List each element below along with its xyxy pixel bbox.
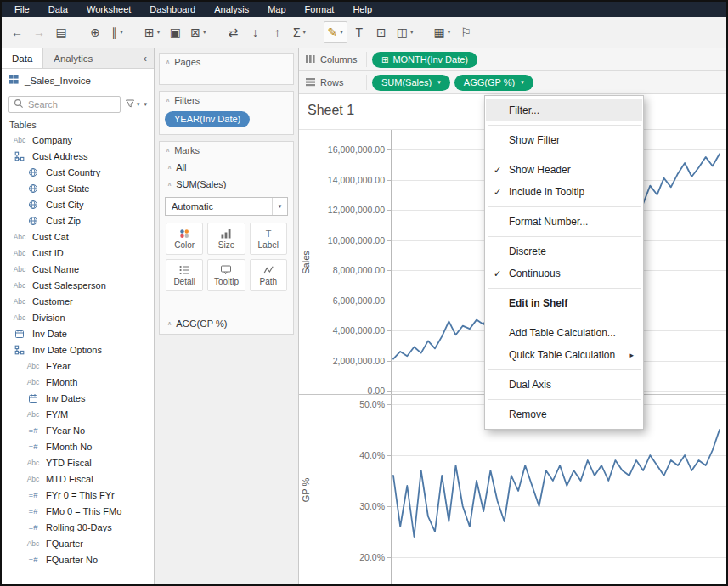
field-cust-id[interactable]: AbcCust ID [2, 245, 154, 261]
menu-item-format-number[interactable]: Format Number... [486, 211, 642, 233]
field-fquarter[interactable]: AbcFQuarter [2, 535, 154, 551]
mark-button-color[interactable]: Color [166, 223, 203, 255]
field-inv-date[interactable]: Inv Date [2, 325, 154, 341]
field-division[interactable]: AbcDivision [2, 309, 154, 325]
menu-dashboard[interactable]: Dashboard [140, 2, 205, 17]
field-cust-zip[interactable]: Cust Zip [2, 212, 154, 228]
save-button[interactable]: ▤ [51, 21, 71, 43]
menu-help[interactable]: Help [343, 2, 381, 17]
mark-button-size[interactable]: Size [207, 223, 245, 255]
field-cust-country[interactable]: Cust Country [2, 164, 154, 180]
menu-item-discrete[interactable]: Discrete [486, 240, 642, 262]
rows-pill-sum-sales[interactable]: SUM(Sales)▾ [372, 75, 450, 91]
menu-item-include-in-tooltip[interactable]: ✓Include in Tooltip [486, 181, 642, 203]
text-label-button[interactable]: T [349, 21, 370, 43]
field-inv-date-options[interactable]: Inv Date Options [2, 341, 154, 358]
columns-shelf[interactable]: Columns ⊞MONTH(Inv Date) [299, 48, 726, 71]
field-mtd-fiscal[interactable]: AbcMTD Fiscal [2, 470, 154, 487]
menu-item-quick-table-calculation[interactable]: Quick Table Calculation▸ [486, 344, 642, 366]
search-input[interactable]: Search [8, 96, 121, 113]
pane-options-caret-icon[interactable]: ▾ [144, 101, 147, 108]
columns-pill-month-inv-date[interactable]: ⊞MONTH(Inv Date) [372, 52, 477, 68]
field-customer[interactable]: AbcCustomer [2, 293, 154, 309]
cell-borders-button[interactable]: ◫▾ [393, 21, 417, 43]
rows-pill-agg-gp[interactable]: AGG(GP %)▾ [454, 75, 533, 91]
mark-button-tooltip[interactable]: Tooltip [207, 259, 245, 291]
sales-axis-label[interactable]: Sales [301, 251, 311, 274]
collapse-chevron-icon[interactable]: ∧ [166, 59, 170, 65]
mark-button-detail[interactable]: Detail [166, 259, 203, 291]
presentation-mode-button[interactable]: ⚐ [455, 21, 476, 43]
field-fmonth[interactable]: AbcFMonth [2, 374, 154, 390]
menu-analysis[interactable]: Analysis [205, 2, 258, 17]
field-fyear[interactable]: AbcFYear [2, 358, 154, 374]
field-rolling-30-days[interactable]: =#Rolling 30-Days [2, 519, 154, 535]
field-fmo-0-this-fmo[interactable]: =#FMo 0 = This FMo [2, 503, 154, 519]
gp-axis-ticks[interactable]: 50.0%40.0%30.0%20.0% [316, 395, 391, 584]
field-cust-salesperson[interactable]: AbcCust Salesperson [2, 277, 154, 293]
annotate-button[interactable]: ⊡ [371, 21, 392, 43]
field-fyear-no[interactable]: =#FYear No [2, 422, 154, 438]
add-data-source-button[interactable]: ⊕ [85, 21, 105, 43]
menu-item-remove[interactable]: Remove [486, 403, 642, 425]
collapse-chevron-icon[interactable]: ∧ [166, 147, 170, 154]
field-cust-cat[interactable]: AbcCust Cat [2, 228, 154, 245]
menu-data[interactable]: Data [39, 2, 77, 17]
pause-auto-updates-button[interactable]: ∥▾ [107, 21, 127, 43]
dropdown-caret-icon: ▾ [157, 29, 161, 36]
marks-section-all[interactable]: ∧All [160, 159, 293, 176]
marks-section-sum-sales[interactable]: ∧SUM(Sales) [160, 176, 293, 193]
menu-item-continuous[interactable]: ✓Continuous [486, 262, 642, 285]
totals-icon: Σ [293, 25, 301, 39]
pages-drop-area[interactable] [160, 70, 293, 84]
redo-button[interactable]: → [29, 21, 49, 43]
marks-section-agg-gp[interactable]: ∧ AGG(GP %) [160, 315, 293, 334]
clear-sheet-button[interactable]: ⊠▾ [187, 21, 209, 43]
field-fmonth-no[interactable]: =#FMonth No [2, 438, 154, 454]
gp-axis-label[interactable]: GP % [301, 477, 311, 502]
menu-item-show-filter[interactable]: Show Filter [486, 129, 642, 151]
field-cust-address[interactable]: Cust Address [2, 148, 154, 164]
field-fyr-0-this-fyr[interactable]: =#FYr 0 = This FYr [2, 487, 154, 503]
menu-item-show-header[interactable]: ✓Show Header [486, 159, 642, 181]
menu-item-edit-in-shelf[interactable]: Edit in Shelf [486, 292, 642, 314]
mark-button-path[interactable]: Path [250, 259, 287, 291]
menu-map[interactable]: Map [258, 2, 295, 17]
field-inv-dates[interactable]: Inv Dates [2, 390, 154, 406]
field-company[interactable]: AbcCompany [2, 132, 154, 148]
menu-format[interactable]: Format [296, 2, 344, 17]
field-label: Cust State [46, 183, 89, 194]
field-ytd-fiscal[interactable]: AbcYTD Fiscal [2, 454, 154, 470]
highlight-pen-button[interactable]: ✎▾ [324, 21, 347, 43]
datasource-item[interactable]: _Sales_Invoice [2, 69, 154, 92]
collapse-pane-icon[interactable]: ‹ [137, 48, 154, 68]
menu-item-filter[interactable]: Filter... [486, 99, 642, 121]
swap-rows-columns-button[interactable]: ⇄ [223, 21, 244, 43]
menu-worksheet[interactable]: Worksheet [77, 2, 140, 17]
sort-ascending-button[interactable]: ↓ [245, 21, 266, 43]
rows-shelf[interactable]: Rows SUM(Sales)▾AGG(GP %)▾ [299, 71, 726, 94]
filter-pill-year-inv-date[interactable]: YEAR(Inv Date) [165, 111, 250, 127]
menu-item-dual-axis[interactable]: Dual Axis [486, 374, 642, 396]
datasource-icon [8, 74, 20, 87]
sort-descending-button[interactable]: ↑ [268, 21, 288, 43]
new-worksheet-button[interactable]: ⊞▾ [141, 21, 163, 43]
sales-axis-ticks[interactable]: 16,000,000.0014,000,000.0012,000,000.001… [316, 130, 391, 394]
menu-file[interactable]: File [5, 2, 39, 17]
tab-analytics[interactable]: Analytics [43, 48, 103, 68]
field-fy-m[interactable]: AbcFY/M [2, 406, 154, 422]
filter-fields-button[interactable]: ▾ [125, 97, 140, 112]
duplicate-sheet-button[interactable]: ▣ [165, 21, 185, 43]
field-fquarter-no[interactable]: =#FQuarter No [2, 551, 154, 567]
mark-button-label[interactable]: TLabel [250, 223, 287, 255]
mark-type-select[interactable]: Automatic ▾ [165, 197, 288, 216]
totals-button[interactable]: Σ▾ [290, 21, 310, 43]
tab-data[interactable]: Data [2, 48, 43, 68]
menu-item-add-table-calculation[interactable]: Add Table Calculation... [486, 322, 642, 344]
show-me-button[interactable]: ▦▾ [431, 21, 454, 43]
collapse-chevron-icon[interactable]: ∧ [166, 97, 170, 104]
field-cust-name[interactable]: AbcCust Name [2, 261, 154, 277]
undo-button[interactable]: ← [7, 21, 27, 43]
field-cust-city[interactable]: Cust City [2, 196, 154, 212]
field-cust-state[interactable]: Cust State [2, 180, 154, 196]
